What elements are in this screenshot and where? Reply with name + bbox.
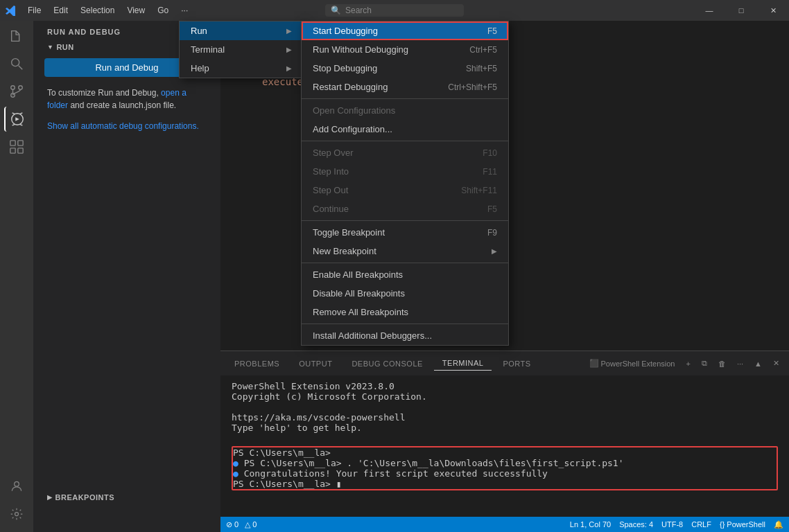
window-controls: — □ ✕ <box>693 0 789 21</box>
step-into-shortcut: F11 <box>483 167 497 177</box>
svg-point-4 <box>19 86 23 90</box>
enable-all-breakpoints-label: Enable All Breakpoints <box>313 269 403 280</box>
open-configurations-label: Open Configurations <box>313 105 395 116</box>
activity-extensions[interactable] <box>4 134 29 159</box>
run-without-debugging-shortcut: Ctrl+F5 <box>469 45 497 55</box>
titlebar-search[interactable]: 🔍 Search <box>325 4 464 17</box>
run-menu-help[interactable]: Help ▶ <box>180 59 303 78</box>
terminal-close-button[interactable]: ✕ <box>769 357 783 369</box>
svg-point-11 <box>15 513 19 516</box>
svg-rect-8 <box>10 148 15 153</box>
run-menu-run[interactable]: Run ▶ <box>180 21 303 40</box>
run-menu-terminal-arrow: ▶ <box>286 46 292 53</box>
terminal-cursor: ▮ <box>336 479 342 489</box>
menu-go[interactable]: Go <box>152 4 174 17</box>
menu-edit[interactable]: Edit <box>48 4 73 17</box>
submenu-install-debuggers[interactable]: Install Additional Debuggers... <box>302 326 508 345</box>
tab-terminal[interactable]: TERMINAL <box>434 356 492 371</box>
terminal-line-3 <box>232 402 778 412</box>
submenu-stop-debugging[interactable]: Stop Debugging Shift+F5 <box>302 59 508 78</box>
activity-debug[interactable] <box>4 107 29 132</box>
toggle-breakpoint-label: Toggle Breakpoint <box>313 227 385 238</box>
activity-settings[interactable] <box>4 502 29 526</box>
run-submenu[interactable]: Start Debugging F5 Run Without Debugging… <box>301 21 509 346</box>
submenu-enable-all-breakpoints[interactable]: Enable All Breakpoints <box>302 265 508 284</box>
activity-git[interactable] <box>4 79 29 104</box>
tab-problems[interactable]: PROBLEMS <box>226 357 288 371</box>
close-button[interactable]: ✕ <box>757 0 789 21</box>
submenu-toggle-breakpoint[interactable]: Toggle Breakpoint F9 <box>302 223 508 242</box>
app-icon <box>6 5 17 16</box>
breakpoints-section[interactable]: ▶ BREAKPOINTS <box>33 490 220 504</box>
run-menu-terminal[interactable]: Terminal ▶ <box>180 40 303 59</box>
titlebar-menu: File Edit Selection View Go ··· <box>22 4 193 17</box>
terminal-tabs: PROBLEMS OUTPUT DEBUG CONSOLE TERMINAL P… <box>220 351 789 375</box>
status-bell[interactable]: 🔔 <box>774 520 783 529</box>
terminal-more-button[interactable]: ··· <box>733 358 747 369</box>
menu-more[interactable]: ··· <box>175 4 193 17</box>
search-icon: 🔍 <box>331 6 341 15</box>
submenu-new-breakpoint[interactable]: New Breakpoint ▶ <box>302 242 508 260</box>
activity-bar <box>0 21 33 532</box>
chevron-down-icon: ▼ <box>47 44 53 51</box>
menu-view[interactable]: View <box>121 4 150 17</box>
terminal-content[interactable]: PowerShell Extension v2023.8.0 Copyright… <box>220 375 789 517</box>
terminal-bullet: ● <box>233 468 244 479</box>
activity-search[interactable] <box>4 51 29 76</box>
tab-output[interactable]: OUTPUT <box>291 357 340 371</box>
submenu-run-without-debugging[interactable]: Run Without Debugging Ctrl+F5 <box>302 40 508 59</box>
tab-debug-console[interactable]: DEBUG CONSOLE <box>343 357 431 371</box>
new-breakpoint-arrow: ▶ <box>492 247 497 255</box>
svg-point-2 <box>11 86 15 90</box>
terminal-add-button[interactable]: + <box>682 358 695 369</box>
customize-text: To customize Run and Debug, open a folde… <box>33 81 220 117</box>
submenu-restart-debugging[interactable]: Restart Debugging Ctrl+Shift+F5 <box>302 78 508 96</box>
activity-account[interactable] <box>4 474 29 499</box>
maximize-button[interactable]: □ <box>725 0 757 21</box>
step-out-label: Step Out <box>313 185 348 195</box>
restart-debugging-label: Restart Debugging <box>313 82 388 92</box>
minimize-button[interactable]: — <box>693 0 725 21</box>
terminal-dot: ● <box>233 458 244 468</box>
svg-point-0 <box>12 59 19 66</box>
terminal-ps3: ● Congratulations! Your first script exe… <box>233 468 777 479</box>
status-errors[interactable]: ⊘ 0 △ 0 <box>226 520 257 529</box>
terminal-panel: PROBLEMS OUTPUT DEBUG CONSOLE TERMINAL P… <box>220 351 789 517</box>
customize-text-2: and create a launch.json file. <box>70 100 176 110</box>
submenu-disable-all-breakpoints[interactable]: Disable All Breakpoints <box>302 284 508 303</box>
submenu-start-debugging[interactable]: Start Debugging F5 <box>302 21 508 40</box>
status-spaces[interactable]: Spaces: 4 <box>619 520 653 529</box>
terminal-line-2: Copyright (c) Microsoft Corporation. <box>232 391 778 402</box>
run-menu[interactable]: Run ▶ Terminal ▶ Help ▶ <box>179 21 304 78</box>
status-language[interactable]: {} PowerShell <box>720 520 765 529</box>
terminal-kill-button[interactable]: 🗑 <box>714 358 730 369</box>
submenu-divider-4 <box>302 263 508 263</box>
tab-ports[interactable]: PORTS <box>494 357 539 371</box>
run-menu-help-arrow: ▶ <box>286 64 292 72</box>
menu-selection[interactable]: Selection <box>75 4 120 17</box>
titlebar: File Edit Selection View Go ··· 🔍 Search… <box>0 0 789 21</box>
auto-debug-link[interactable]: Show all automatic debug configurations. <box>33 117 220 135</box>
error-icon: ⊘ <box>226 520 232 529</box>
toggle-breakpoint-shortcut: F9 <box>487 228 497 238</box>
terminal-split-button[interactable]: ⧉ <box>697 357 711 369</box>
submenu-divider-1 <box>302 98 508 99</box>
status-encoding[interactable]: UTF-8 <box>661 520 683 529</box>
submenu-add-configuration[interactable]: Add Configuration... <box>302 120 508 139</box>
submenu-divider-2 <box>302 141 508 141</box>
step-out-shortcut: Shift+F11 <box>461 186 497 195</box>
submenu-remove-all-breakpoints[interactable]: Remove All Breakpoints <box>302 303 508 321</box>
terminal-line-6 <box>232 433 778 443</box>
run-menu-run-label: Run <box>191 26 207 36</box>
terminal-expand-button[interactable]: ▲ <box>750 358 766 369</box>
continue-shortcut: F5 <box>487 204 497 214</box>
status-position[interactable]: Ln 1, Col 70 <box>570 520 611 529</box>
install-debuggers-label: Install Additional Debuggers... <box>313 330 432 341</box>
menu-file[interactable]: File <box>22 4 46 17</box>
search-label: Search <box>345 6 372 15</box>
activity-explorer[interactable] <box>4 24 29 48</box>
submenu-divider-3 <box>302 220 508 221</box>
sidebar: RUN AND DEBUG ▼ RUN Run and Debug To cus… <box>33 21 220 532</box>
submenu-open-configurations: Open Configurations <box>302 101 508 120</box>
status-line-ending[interactable]: CRLF <box>691 520 711 529</box>
